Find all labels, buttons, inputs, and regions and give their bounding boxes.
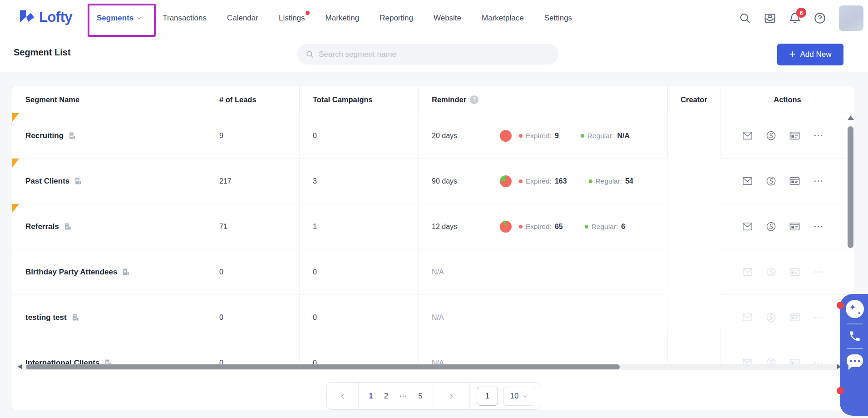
building-icon (64, 223, 71, 230)
segment-name-cell[interactable]: testing test (12, 295, 206, 340)
lead-count-cell: 217 (206, 159, 300, 204)
reminder-cell: N/A (419, 295, 668, 340)
more-icon[interactable] (813, 312, 824, 323)
pagination-page-2[interactable]: 2 (384, 392, 388, 401)
smart-plan-icon[interactable] (766, 358, 776, 364)
reminder-cell: N/A (419, 340, 668, 364)
chat-icon[interactable] (846, 354, 864, 367)
bell-icon[interactable]: 6 (788, 11, 802, 25)
search-placeholder: Search segment name (319, 50, 396, 59)
dock-divider (847, 348, 863, 349)
expired-dot-icon (519, 134, 523, 138)
horizontal-scrollbar-thumb[interactable] (26, 364, 620, 369)
floating-tools-dock: ✦ ✦ (840, 294, 868, 416)
table-row[interactable]: Birthday Party Attendees00N/A (12, 249, 854, 295)
vertical-scrollbar-thumb[interactable] (848, 126, 853, 248)
column-header-actions: Actions (720, 86, 854, 113)
building-icon (122, 268, 129, 276)
email-icon[interactable] (742, 176, 753, 186)
column-header--of-leads: # of Leads (206, 86, 300, 113)
lead-count-cell: 0 (206, 340, 300, 364)
segment-name-cell[interactable]: International Clients (12, 340, 206, 364)
more-icon[interactable] (813, 176, 824, 186)
more-icon[interactable] (813, 221, 824, 232)
nav-item-listings[interactable]: Listings (279, 14, 305, 23)
table-row[interactable]: Referrals71112 daysExpired:65Regular:6 (12, 204, 854, 249)
nav-item-segments[interactable]: Segments (97, 14, 142, 23)
top-navigation-bar: Lofty SegmentsTransactionsCalendarListin… (0, 0, 868, 36)
more-icon[interactable] (813, 267, 824, 277)
email-icon[interactable] (742, 130, 753, 141)
building-icon (68, 132, 76, 139)
smart-plan-icon[interactable] (766, 267, 776, 277)
help-icon[interactable] (813, 11, 827, 25)
actions-cell (720, 159, 854, 204)
column-header-total-campaigns: Total Campaigns (300, 86, 419, 113)
postcard-icon[interactable] (789, 267, 800, 277)
smart-plan-icon[interactable] (766, 312, 776, 323)
nav-item-marketplace[interactable]: Marketplace (482, 14, 524, 23)
lead-count-cell: 0 (206, 249, 300, 294)
campaign-count-cell: 0 (300, 113, 419, 158)
postcard-icon[interactable] (789, 130, 800, 141)
postcard-icon[interactable] (789, 176, 800, 186)
nav-item-calendar[interactable]: Calendar (227, 14, 258, 23)
reminder-pie-chart (500, 175, 512, 187)
table-row[interactable]: International Clients00N/A (12, 340, 854, 364)
add-new-button[interactable]: + Add New (777, 44, 843, 65)
expired-stat: Expired:163 (519, 177, 567, 185)
more-icon[interactable] (813, 130, 824, 141)
dock-notification-dot (837, 302, 844, 309)
email-icon[interactable] (742, 267, 753, 277)
email-icon[interactable] (742, 312, 753, 323)
creator-cell (668, 204, 720, 249)
creator-cell (668, 295, 720, 340)
nav-item-marketing[interactable]: Marketing (326, 14, 360, 23)
question-icon[interactable]: ? (470, 95, 478, 104)
nav-item-transactions[interactable]: Transactions (163, 14, 207, 23)
postcard-icon[interactable] (789, 221, 800, 232)
smart-plan-icon[interactable] (766, 176, 776, 186)
pagination-page-5[interactable]: 5 (418, 392, 422, 401)
pagination-next-button[interactable] (433, 383, 470, 409)
regular-dot-icon (589, 179, 592, 183)
smart-plan-icon[interactable] (766, 221, 776, 232)
user-avatar[interactable] (839, 5, 863, 31)
segment-name-cell[interactable]: Birthday Party Attendees (12, 249, 206, 294)
inbox-icon[interactable] (763, 11, 777, 25)
horizontal-scrollbar-left-arrow[interactable] (18, 364, 22, 369)
more-icon[interactable] (813, 358, 824, 364)
table-row[interactable]: Past Clients217390 daysExpired:163Regula… (12, 159, 854, 204)
search-icon[interactable] (738, 11, 752, 25)
regular-dot-icon (585, 225, 588, 229)
actions-cell (720, 340, 854, 364)
email-icon[interactable] (742, 358, 753, 364)
page-jump-input[interactable]: 1 (477, 387, 498, 406)
chevron-left-icon (339, 392, 347, 400)
postcard-icon[interactable] (789, 358, 800, 364)
segment-name-cell[interactable]: Referrals (12, 204, 206, 249)
postcard-icon[interactable] (789, 312, 800, 323)
main-menu: SegmentsTransactionsCalendarListingsMark… (97, 0, 572, 36)
nav-item-website[interactable]: Website (434, 14, 461, 23)
segment-search-input[interactable]: Search segment name (297, 44, 558, 65)
segment-name-cell[interactable]: Past Clients (12, 159, 206, 204)
nav-item-reporting[interactable]: Reporting (380, 14, 413, 23)
page-header: Segment List Search segment name + Add N… (0, 36, 868, 72)
table-row[interactable]: Recruiting9020 daysExpired:9Regular:N/A (12, 113, 854, 159)
page-size-select[interactable]: 10 (503, 387, 535, 406)
pagination-prev-button[interactable] (327, 383, 359, 409)
email-icon[interactable] (742, 221, 753, 232)
pagination-page-1[interactable]: 1 (369, 392, 373, 401)
lofty-logo[interactable]: Lofty (15, 7, 72, 27)
ai-sparkle-icon[interactable]: ✦ ✦ (846, 294, 864, 318)
segment-name-cell[interactable]: Recruiting (12, 113, 206, 158)
vertical-scrollbar-up-arrow[interactable] (848, 115, 854, 120)
phone-icon[interactable] (846, 330, 864, 343)
regular-stat: Regular:N/A (581, 132, 630, 140)
table-row[interactable]: testing test00N/A (12, 295, 854, 340)
dock-divider (847, 323, 863, 324)
smart-plan-icon[interactable] (766, 130, 776, 141)
nav-item-settings[interactable]: Settings (544, 14, 572, 23)
segment-list-page: Lofty SegmentsTransactionsCalendarListin… (0, 0, 868, 418)
